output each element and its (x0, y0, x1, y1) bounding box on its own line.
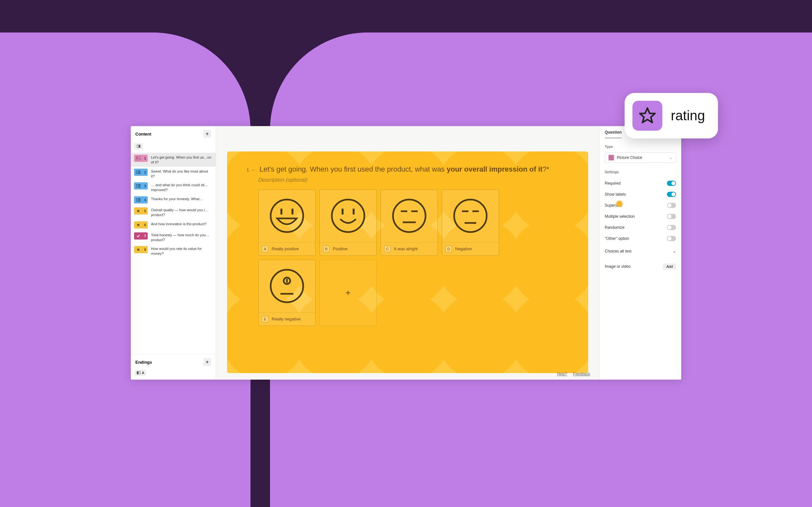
content-item-5[interactable]: 5 Overall quality — how would you r… pro… (131, 206, 216, 219)
toggle[interactable] (667, 203, 676, 208)
toggle[interactable] (667, 192, 676, 197)
svg-rect-18 (136, 200, 137, 200)
svg-point-41 (271, 270, 303, 302)
choices-alt-text-row[interactable]: Choices alt text ⌄ (605, 246, 676, 257)
svg-marker-22 (137, 209, 140, 213)
svg-marker-23 (137, 223, 140, 227)
toggle[interactable] (667, 214, 676, 219)
add-choice-button[interactable]: + (319, 260, 377, 326)
choice-label: Really negative (272, 317, 301, 322)
choice-c[interactable]: C It was alright (380, 189, 438, 256)
welcome-screen-pill[interactable] (134, 143, 143, 150)
content-item-7[interactable]: 7 Total honesty — how much do you… produ… (131, 230, 216, 244)
choice-key: A (262, 246, 268, 252)
setting-randomize: Randomize (605, 222, 676, 233)
add-ending-button[interactable]: + (203, 358, 211, 366)
settings-section-label: Settings (605, 170, 676, 174)
svg-point-27 (271, 200, 303, 232)
svg-rect-16 (136, 198, 137, 199)
question-title[interactable]: Let's get going. When you first used the… (260, 164, 550, 174)
content-item-6[interactable]: 6 And how innovative is the product? (131, 219, 216, 230)
svg-rect-10 (136, 184, 137, 185)
setting-supersize: Supersize (605, 200, 676, 211)
list-icon (134, 182, 143, 189)
image-icon (608, 155, 614, 161)
content-item-8[interactable]: 8 How would you rate its value for money… (131, 244, 216, 258)
svg-rect-26 (137, 372, 139, 374)
item-number: 2 (143, 169, 148, 176)
star-icon (632, 101, 662, 131)
svg-rect-13 (138, 185, 141, 186)
choice-a[interactable]: A Really positive (258, 189, 315, 256)
svg-rect-31 (342, 209, 344, 215)
choice-key: D (445, 246, 452, 252)
type-section-label: Type (605, 145, 676, 149)
add-image-button[interactable]: Add (663, 264, 676, 269)
svg-rect-8 (136, 173, 137, 174)
item-number: 4 (143, 196, 148, 204)
toggle[interactable] (667, 181, 676, 186)
choice-label: Negative (455, 246, 472, 251)
svg-rect-11 (138, 184, 141, 185)
image-icon (134, 155, 143, 162)
content-item-2[interactable]: 2 Sweet. What do you like most about it? (131, 167, 216, 181)
item-number: 8 (143, 246, 148, 253)
setting-label: Required (605, 181, 621, 185)
toggle[interactable] (667, 225, 676, 230)
type-dropdown[interactable]: Picture Choice ⌄ (605, 153, 676, 163)
svg-rect-5 (138, 171, 141, 171)
item-label: Thanks for your honesty. What… (151, 196, 203, 202)
svg-rect-32 (353, 209, 355, 215)
svg-rect-20 (136, 201, 137, 202)
svg-rect-1 (139, 145, 140, 148)
choice-label: Positive (333, 246, 348, 251)
svg-point-37 (454, 200, 487, 232)
left-sidebar: Content + 1 Let's get going. When you fi… (131, 126, 216, 380)
content-item-4[interactable]: 4 Thanks for your honesty. What… (131, 194, 216, 206)
choice-label: Really positive (272, 246, 299, 251)
add-content-button[interactable]: + (203, 130, 211, 138)
item-number: 3 (143, 182, 148, 189)
choice-key: E (262, 316, 268, 322)
callout-label: rating (671, 108, 705, 123)
svg-point-33 (393, 200, 425, 232)
content-item-1[interactable]: 1 Let's get going. When you first us…on … (131, 153, 216, 167)
setting-label: Multiple selection (605, 214, 635, 219)
star-icon (134, 207, 143, 215)
item-label: Let's get going. When you first us…on of… (151, 155, 212, 165)
item-label: Overall quality — how would you r… produ… (151, 207, 212, 217)
canvas-area: 1 → Let's get going. When you first used… (216, 126, 599, 380)
face-icon (259, 190, 315, 242)
choice-d[interactable]: D Negative (442, 189, 499, 256)
item-label: How would you rate its value for money? (151, 246, 212, 256)
question-description[interactable]: Description (optional) (258, 177, 569, 183)
choice-key: B (323, 246, 329, 252)
tab-question[interactable]: Question (605, 130, 622, 138)
help-link[interactable]: Help? (557, 372, 567, 376)
face-icon (259, 260, 315, 312)
svg-rect-19 (138, 200, 141, 200)
svg-marker-47 (640, 108, 655, 122)
item-label: … and what do you think could sti…improv… (151, 182, 212, 192)
ending-item[interactable]: A (131, 369, 216, 380)
svg-rect-29 (292, 209, 294, 215)
choice-label: It was alright (394, 246, 418, 251)
face-icon (442, 190, 499, 242)
right-sidebar: Question Type Picture Choice ⌄ Settings … (599, 126, 681, 380)
choice-b[interactable]: B Positive (319, 189, 377, 256)
svg-marker-24 (137, 248, 140, 251)
content-item-3[interactable]: 3 … and what do you think could sti…impr… (131, 180, 216, 194)
setting-label: Show labels (605, 192, 626, 196)
setting--other-option: "Other" option (605, 233, 676, 244)
toggle[interactable] (667, 236, 676, 241)
item-label: And how innovative is the product? (151, 221, 207, 227)
cursor-indicator (616, 201, 622, 207)
question-canvas: 1 → Let's get going. When you first used… (227, 152, 588, 373)
app-window: Content + 1 Let's get going. When you fi… (131, 126, 681, 380)
setting-show-labels: Show labels (605, 189, 676, 200)
feedback-link[interactable]: Feedback (573, 372, 590, 376)
chevron-down-icon: ⌄ (669, 155, 672, 160)
ending-label: A (142, 371, 144, 375)
question-number: 1 → (247, 167, 255, 173)
choice-e[interactable]: E Really negative (258, 260, 315, 326)
